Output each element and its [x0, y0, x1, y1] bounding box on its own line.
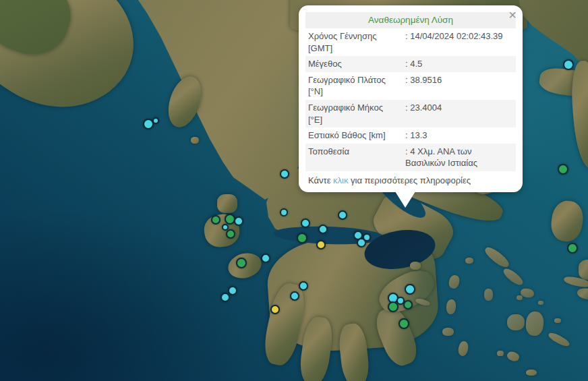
earthquake-marker[interactable]	[234, 216, 243, 226]
earthquake-marker[interactable]	[211, 215, 220, 225]
popup-row: Γεωγραφικό Πλάτος [°N]: 38.9516	[305, 72, 516, 100]
earthquake-marker[interactable]	[399, 318, 409, 329]
popup-row-label: Χρόνος Γέννησης [GMT]	[308, 30, 394, 54]
earthquake-marker[interactable]	[563, 59, 574, 70]
earthquake-marker[interactable]	[220, 293, 230, 302]
popup-row-label: Εστιακό Βάθος [km]	[308, 129, 394, 142]
earthquake-marker[interactable]	[280, 169, 289, 179]
popup-rows: Χρόνος Γέννησης [GMT]: 14/04/2024 02:02:…	[305, 28, 516, 171]
popup-row-label: Γεωγραφικό Πλάτος [°N]	[308, 74, 394, 98]
popup-row-value: : 13.3	[394, 129, 513, 142]
earthquake-marker[interactable]	[280, 208, 288, 216]
popup-tail	[395, 192, 415, 208]
popup-row-value: : 23.4004	[394, 102, 513, 125]
earthquake-marker[interactable]	[299, 281, 308, 291]
popup-row-value: : 14/04/2024 02:02:43.39	[394, 30, 513, 54]
popup-row-label: Τοποθεσία	[308, 146, 394, 169]
earthquake-marker[interactable]	[318, 225, 328, 234]
popup-row-value: : 4 Χλμ. ΑΝΑ των Βασιλικών Ιστιαίας	[394, 146, 513, 169]
earthquake-marker[interactable]	[338, 210, 347, 220]
popup-row: Εστιακό Βάθος [km]: 13.3	[305, 127, 516, 144]
popup-row: Μέγεθος: 4.5	[305, 56, 516, 72]
earthquake-marker[interactable]	[236, 258, 247, 268]
earthquake-marker[interactable]	[405, 284, 415, 295]
popup-title: Αναθεωρημένη Λύση	[305, 12, 516, 28]
popup-row: Χρόνος Γέννησης [GMT]: 14/04/2024 02:02:…	[305, 28, 516, 56]
earthquake-marker[interactable]	[558, 164, 568, 175]
earthquake-marker[interactable]	[316, 240, 326, 250]
popup-row-label: Μέγεθος	[308, 58, 394, 70]
earthquake-marker[interactable]	[152, 117, 159, 124]
close-icon[interactable]: ×	[508, 8, 517, 22]
earthquake-marker[interactable]	[388, 301, 399, 312]
popup-footer: Κάντε κλικ για περισσότερες πληροφορίες	[305, 171, 516, 187]
satellite-map[interactable]: × Αναθεωρημένη Λύση Χρόνος Γέννησης [GMT…	[0, 0, 588, 381]
earthquake-marker[interactable]	[357, 238, 366, 247]
earthquake-marker[interactable]	[270, 305, 280, 314]
popup-row-value: : 38.9516	[394, 74, 513, 98]
earthquake-info-popup: × Αναθεωρημένη Λύση Χρόνος Γέννησης [GMT…	[299, 5, 523, 192]
popup-row-value: : 4.5	[394, 58, 513, 70]
earthquake-marker[interactable]	[567, 243, 578, 254]
earthquake-marker[interactable]	[290, 291, 299, 301]
footer-text-post: για περισσότερες πληροφορίες	[348, 175, 471, 185]
earthquake-marker[interactable]	[297, 233, 307, 243]
popup-row: Τοποθεσία: 4 Χλμ. ΑΝΑ των Βασιλικών Ιστι…	[305, 144, 516, 171]
popup-row-label: Γεωγραφικό Μήκος [°E]	[308, 102, 394, 125]
earthquake-marker[interactable]	[403, 300, 413, 310]
popup-row: Γεωγραφικό Μήκος [°E]: 23.4004	[305, 100, 516, 127]
earthquake-marker[interactable]	[261, 254, 270, 263]
earthquake-marker[interactable]	[228, 286, 237, 295]
footer-text-pre: Κάντε	[308, 175, 333, 185]
earthquake-marker[interactable]	[226, 229, 235, 239]
more-info-link[interactable]: κλικ	[333, 175, 348, 185]
earthquake-marker[interactable]	[301, 218, 310, 228]
